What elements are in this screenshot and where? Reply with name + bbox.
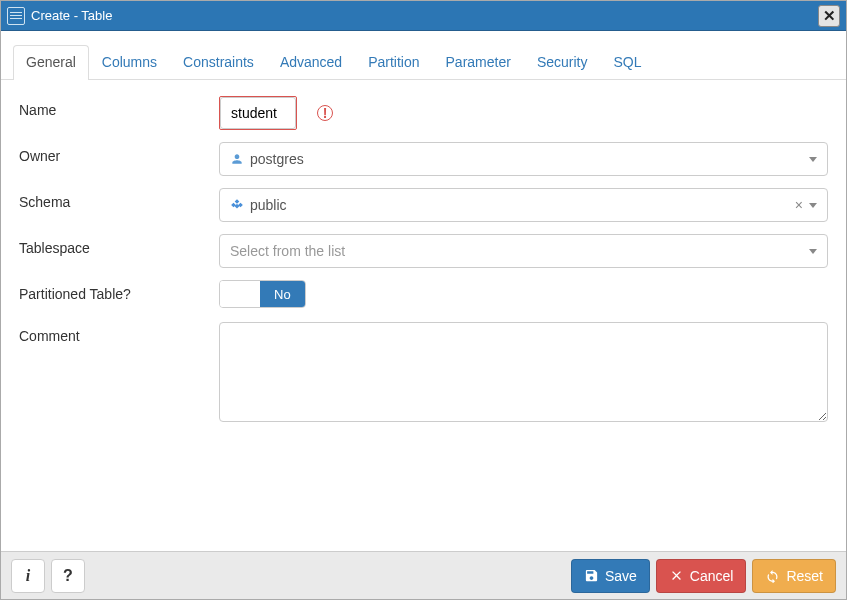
close-icon: ✕ [823, 7, 836, 25]
tablespace-placeholder: Select from the list [230, 243, 809, 259]
label-partitioned: Partitioned Table? [19, 280, 219, 302]
clear-icon[interactable]: × [795, 197, 803, 213]
help-icon: ? [63, 567, 73, 585]
label-tablespace: Tablespace [19, 234, 219, 256]
toggle-no-segment[interactable]: No [260, 281, 305, 307]
tab-partition[interactable]: Partition [355, 45, 432, 80]
dialog-footer: i ? Save Cancel Reset [1, 551, 846, 599]
row-tablespace: Tablespace Select from the list [19, 234, 828, 268]
help-button[interactable]: ? [51, 559, 85, 593]
tab-parameter[interactable]: Parameter [433, 45, 524, 80]
dialog-tabs: General Columns Constraints Advanced Par… [1, 31, 846, 80]
info-icon: i [26, 567, 30, 585]
toggle-yes-segment[interactable] [220, 281, 260, 307]
cancel-button[interactable]: Cancel [656, 559, 747, 593]
tab-constraints[interactable]: Constraints [170, 45, 267, 80]
row-owner: Owner postgres [19, 142, 828, 176]
owner-value: postgres [250, 151, 809, 167]
close-button[interactable]: ✕ [818, 5, 840, 27]
row-name: Name ! [19, 96, 828, 130]
reset-icon [765, 568, 780, 583]
save-icon [584, 568, 599, 583]
tab-advanced[interactable]: Advanced [267, 45, 355, 80]
reset-label: Reset [786, 568, 823, 584]
schema-value: public [250, 197, 795, 213]
schema-icon [230, 198, 244, 212]
table-icon [7, 7, 25, 25]
tab-security[interactable]: Security [524, 45, 601, 80]
tablespace-select[interactable]: Select from the list [219, 234, 828, 268]
label-name: Name [19, 96, 219, 118]
info-button[interactable]: i [11, 559, 45, 593]
chevron-down-icon [809, 249, 817, 254]
save-button[interactable]: Save [571, 559, 650, 593]
user-icon [230, 152, 244, 166]
cancel-icon [669, 568, 684, 583]
cancel-label: Cancel [690, 568, 734, 584]
form-general: Name ! Owner postgres [1, 80, 846, 453]
dialog-content: General Columns Constraints Advanced Par… [1, 31, 846, 551]
chevron-down-icon [809, 203, 817, 208]
row-partitioned: Partitioned Table? No [19, 280, 828, 310]
comment-textarea[interactable] [219, 322, 828, 422]
label-comment: Comment [19, 322, 219, 344]
warning-icon: ! [317, 105, 333, 121]
tab-columns[interactable]: Columns [89, 45, 170, 80]
chevron-down-icon [809, 157, 817, 162]
name-input[interactable] [220, 97, 296, 129]
row-comment: Comment [19, 322, 828, 425]
save-label: Save [605, 568, 637, 584]
partitioned-toggle[interactable]: No [219, 280, 306, 308]
titlebar: Create - Table ✕ [1, 1, 846, 31]
tab-general[interactable]: General [13, 45, 89, 80]
label-schema: Schema [19, 188, 219, 210]
tab-sql[interactable]: SQL [600, 45, 654, 80]
schema-select[interactable]: public × [219, 188, 828, 222]
window-title: Create - Table [31, 8, 818, 23]
owner-select[interactable]: postgres [219, 142, 828, 176]
control-name: ! [219, 96, 828, 130]
name-highlight-box [219, 96, 297, 130]
label-owner: Owner [19, 142, 219, 164]
row-schema: Schema public × [19, 188, 828, 222]
reset-button[interactable]: Reset [752, 559, 836, 593]
